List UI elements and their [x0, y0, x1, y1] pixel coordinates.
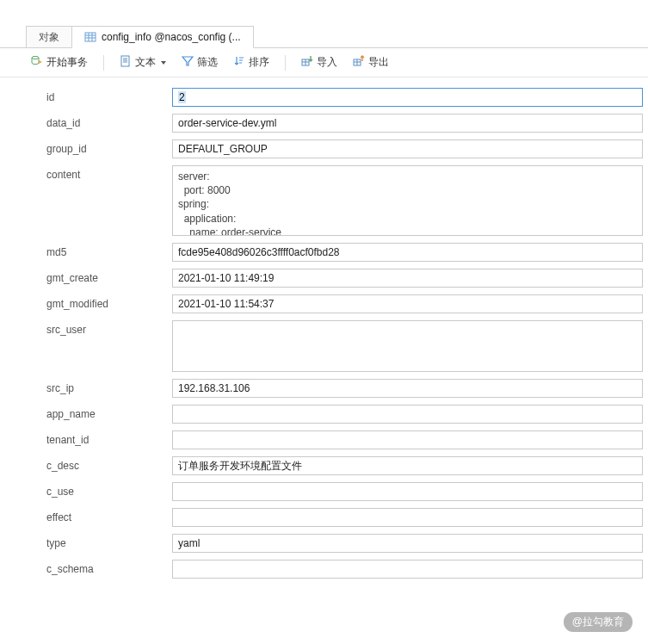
chevron-down-icon	[161, 61, 166, 65]
row-gmt-modified: gmt_modified	[0, 291, 648, 317]
row-gmt-create: gmt_create	[0, 265, 648, 291]
field-c-desc[interactable]	[172, 456, 643, 475]
row-content: content server: port: 8000 spring: appli…	[0, 162, 648, 239]
table-icon	[84, 31, 96, 43]
label-tenant-id: tenant_id	[0, 430, 172, 446]
sort-button[interactable]: 排序	[228, 53, 275, 71]
tab-object-label: 对象	[39, 30, 59, 45]
field-group-id[interactable]	[172, 139, 643, 158]
label-group-id: group_id	[0, 139, 172, 155]
label-effect: effect	[0, 508, 172, 523]
label-src-user: src_user	[0, 320, 172, 336]
window-top-gap	[0, 0, 648, 22]
record-form: id 2 data_id group_id content server: po…	[0, 77, 648, 582]
row-c-desc: c_desc	[0, 453, 648, 479]
label-gmt-modified: gmt_modified	[0, 294, 172, 310]
field-gmt-create[interactable]	[172, 269, 643, 288]
sort-label: 排序	[249, 55, 269, 70]
field-id[interactable]: 2	[172, 88, 643, 107]
import-label: 导入	[317, 55, 337, 70]
label-type: type	[0, 534, 172, 549]
field-type[interactable]	[172, 534, 643, 553]
export-label: 导出	[368, 55, 389, 70]
row-c-use: c_use	[0, 479, 648, 505]
row-app-name: app_name	[0, 401, 648, 427]
row-type: type	[0, 530, 648, 556]
export-button[interactable]: 导出	[348, 53, 394, 71]
label-c-desc: c_desc	[0, 456, 172, 472]
database-play-icon	[31, 55, 43, 70]
field-md5[interactable]	[172, 243, 643, 262]
toolbar-separator	[285, 55, 286, 71]
filter-label: 筛选	[197, 55, 218, 70]
label-app-name: app_name	[0, 405, 172, 420]
row-data-id: data_id	[0, 110, 648, 136]
toolbar-separator	[103, 55, 104, 71]
label-data-id: data_id	[0, 114, 172, 129]
label-id: id	[0, 88, 172, 103]
filter-button[interactable]: 筛选	[176, 53, 223, 71]
text-mode-label: 文本	[135, 55, 156, 70]
begin-transaction-label: 开始事务	[46, 55, 88, 70]
sort-icon	[233, 55, 245, 70]
field-effect[interactable]	[172, 508, 643, 527]
import-button[interactable]: 导入	[296, 53, 343, 71]
document-icon	[120, 55, 132, 70]
field-content[interactable]: server: port: 8000 spring: application: …	[172, 165, 643, 236]
svg-rect-7	[121, 56, 129, 66]
row-c-schema: c_schema	[0, 556, 648, 582]
label-c-use: c_use	[0, 482, 172, 498]
field-c-schema[interactable]	[172, 560, 643, 579]
svg-marker-11	[182, 57, 193, 65]
field-tenant-id[interactable]	[172, 430, 643, 449]
field-gmt-modified[interactable]	[172, 294, 643, 313]
field-src-user[interactable]	[172, 320, 643, 372]
svg-point-5	[32, 56, 39, 59]
svg-marker-6	[39, 60, 42, 64]
import-icon	[301, 55, 313, 70]
tab-config-info-label: config_info @nacos_config (...	[102, 31, 241, 43]
row-src-user: src_user	[0, 317, 648, 375]
field-data-id[interactable]	[172, 114, 643, 133]
label-c-schema: c_schema	[0, 560, 172, 575]
field-id-value: 2	[178, 91, 186, 103]
text-mode-button[interactable]: 文本	[114, 53, 171, 71]
tab-object[interactable]: 对象	[26, 26, 72, 48]
field-c-use[interactable]	[172, 482, 643, 501]
row-tenant-id: tenant_id	[0, 427, 648, 453]
begin-transaction-button[interactable]: 开始事务	[26, 53, 93, 71]
tab-bar: 对象 config_info @nacos_config (...	[0, 22, 648, 48]
row-effect: effect	[0, 505, 648, 530]
label-md5: md5	[0, 243, 172, 258]
svg-rect-0	[85, 33, 96, 41]
row-md5: md5	[0, 239, 648, 265]
label-content: content	[0, 165, 172, 181]
export-icon	[353, 55, 365, 70]
field-src-ip[interactable]	[172, 379, 643, 398]
row-group-id: group_id	[0, 136, 648, 162]
watermark: @拉勾教育	[564, 612, 633, 632]
filter-icon	[182, 55, 194, 70]
toolbar: 开始事务 文本 筛选	[0, 48, 648, 77]
label-src-ip: src_ip	[0, 379, 172, 394]
tab-config-info[interactable]: config_info @nacos_config (...	[71, 26, 254, 48]
label-gmt-create: gmt_create	[0, 269, 172, 284]
row-id: id 2	[0, 84, 648, 110]
row-src-ip: src_ip	[0, 375, 648, 401]
field-app-name[interactable]	[172, 405, 643, 424]
